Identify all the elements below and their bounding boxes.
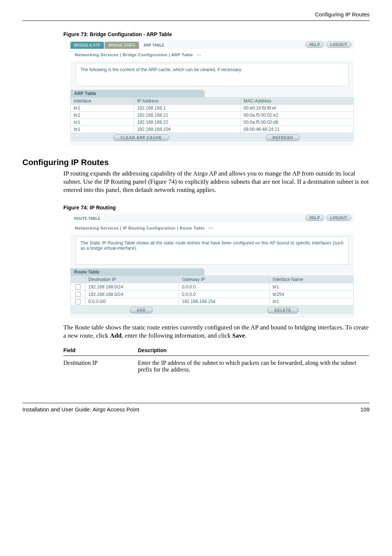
table-row: br1 192.168.168.104 08:00:46:48:24:21 (71, 126, 354, 133)
add-button[interactable]: ADD (130, 307, 153, 313)
table-row: br1 192.168.168.22 00:0a:f5:00:02:d6 (71, 119, 354, 126)
footer-left: Installation and User Guide: Airgo Acces… (22, 406, 139, 413)
col-mac-address: MAC-Address (240, 98, 353, 105)
table-row: 0.0.0.0/0 192.168.168.254 br1 (71, 298, 354, 305)
route-table-section-header: Route Table (70, 268, 205, 276)
section-heading-configuring-ip-routes: Configuring IP Routes (22, 158, 370, 167)
figure-73-screenshot: HELP LOGOUT BRIDGE & STP BRIDGE STATS AR… (70, 40, 354, 146)
breadcrumb-text: Networking Services | Bridge Configurati… (75, 53, 193, 57)
help-button[interactable]: HELP (305, 41, 324, 48)
logout-button[interactable]: LOGOUT (326, 41, 351, 48)
row-checkbox[interactable] (75, 299, 80, 304)
breadcrumb: Networking Services | IP Routing Configu… (70, 222, 354, 234)
table-row: 192.168.168.0/24 0.0.0.0 br254 (71, 291, 354, 298)
button-row: CLEAR ARP CACHE REFRESH (70, 133, 354, 142)
row-checkbox[interactable] (75, 284, 80, 290)
tab-bridge-stp[interactable]: BRIDGE & STP (70, 42, 104, 49)
delete-button[interactable]: DELETE (267, 307, 298, 313)
refresh-button[interactable]: REFRESH (266, 135, 300, 141)
col-ip-address: IP Address (134, 98, 240, 105)
field-header: Field (63, 345, 138, 356)
field-description: Enter the IP address of the subnet to wh… (138, 356, 369, 377)
arp-table: Interface IP Address MAC-Address br1 192… (70, 97, 354, 133)
tab-bridge-stats[interactable]: BRIDGE STATS (105, 42, 139, 49)
clear-arp-cache-button[interactable]: CLEAR ARP CACHE (113, 135, 169, 141)
col-checkbox (71, 276, 85, 283)
field-description-table: Field Description Destination IP Enter t… (63, 345, 369, 377)
route-table: Destination IP Gateway IP Interface Name… (70, 276, 354, 305)
breadcrumb-arrows-icon: >> (197, 53, 202, 57)
breadcrumb-arrows-icon: >> (208, 226, 213, 230)
body-paragraph-2: The Route table shows the static route e… (63, 323, 369, 340)
page-number: 109 (360, 406, 370, 413)
breadcrumb-text: Networking Services | IP Routing Configu… (75, 226, 205, 230)
tab-route-table[interactable]: ROUTE TABLE (70, 215, 104, 222)
description-box: The Static IP Routing Table shows all th… (76, 236, 348, 265)
row-checkbox[interactable] (75, 292, 80, 297)
table-row: 192.168.168.0/24 0.0.0.0 br1 (71, 283, 354, 291)
col-interface-name: Interface Name (269, 276, 353, 283)
page-header-title: Configuring IP Routes (22, 11, 370, 20)
body-paragraph-1: IP routing expands the addressing capabi… (63, 170, 369, 194)
field-name: Destination IP (63, 356, 138, 377)
header-rule (22, 20, 370, 21)
col-gateway-ip: Gateway IP (179, 276, 270, 283)
tab-arp-table[interactable]: ARP TABLE (140, 42, 168, 49)
arp-table-section-header: ARP Table (70, 90, 205, 97)
col-interface: Interface (71, 98, 134, 105)
table-row: br1 192.168.168.1 00:e0:18:fb:f8:ef (71, 105, 354, 112)
table-row: br1 192.168.168.21 00:0a:f5:00:02:e2 (71, 112, 354, 119)
breadcrumb: Networking Services | Bridge Configurati… (70, 49, 354, 61)
figure-74-caption: Figure 74: IP Routing (63, 205, 370, 211)
description-header: Description (138, 345, 369, 356)
figure-74-screenshot: HELP LOGOUT ROUTE TABLE Networking Servi… (70, 214, 354, 318)
figure-73-caption: Figure 73: Bridge Configuration - ARP Ta… (63, 31, 370, 37)
button-row: ADD DELETE (70, 306, 354, 314)
logout-button[interactable]: LOGOUT (326, 215, 351, 221)
help-button[interactable]: HELP (305, 215, 324, 221)
col-destination-ip: Destination IP (85, 276, 179, 283)
description-box: The following is the content of the ARP … (76, 63, 348, 86)
